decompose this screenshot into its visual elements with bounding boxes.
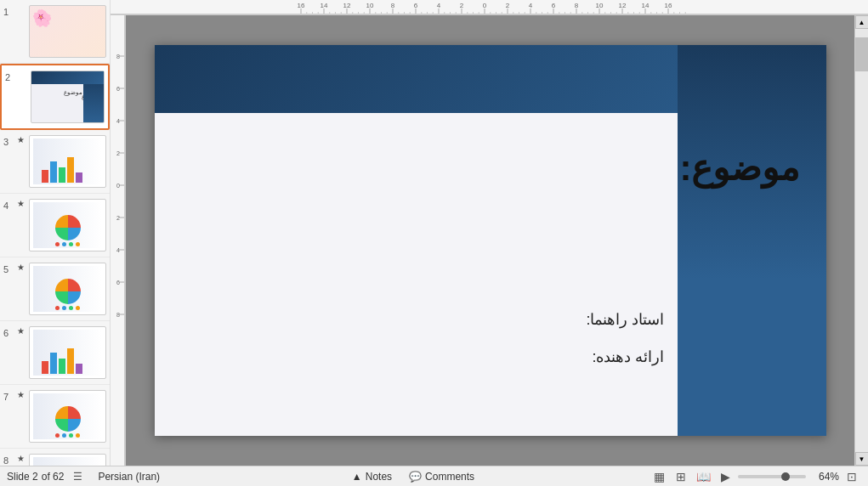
slide-thumb-4 [29, 199, 106, 251]
slide-item-5[interactable]: 5★ [0, 257, 110, 321]
slide-panel-toggle[interactable]: ☰ [69, 468, 86, 485]
comments-label: Comments [425, 471, 474, 483]
slide-content-area: استاد راهنما: ارائه دهنده: [180, 310, 665, 385]
svg-text:8: 8 [391, 2, 395, 9]
v-ruler-canvas: 864202468 [111, 15, 125, 466]
zoom-slider[interactable] [738, 475, 806, 478]
svg-text:14: 14 [321, 2, 328, 9]
comments-button[interactable]: 💬 Comments [404, 469, 479, 484]
slide-item-6[interactable]: 6★ [0, 321, 110, 385]
language-indicator: Persian (Iran) [91, 471, 167, 483]
svg-text:12: 12 [619, 2, 627, 9]
slide-star-6: ★ [17, 326, 26, 336]
notes-button[interactable]: ▲ Notes [347, 469, 397, 484]
slide-right-bar [678, 45, 826, 436]
slide-view[interactable]: موضوع: استاد راهنما: ارائه دهنده: [126, 15, 854, 466]
svg-text:12: 12 [343, 2, 351, 9]
slide-number-3: 3 [3, 137, 14, 147]
slide-number-4: 4 [3, 201, 14, 211]
svg-text:16: 16 [665, 2, 672, 9]
reading-view-button[interactable]: 📖 [694, 469, 712, 484]
slide-number-8: 8 [3, 455, 14, 466]
fit-slide-button[interactable]: ⊡ [842, 469, 861, 484]
vertical-ruler: 864202468 [111, 15, 126, 466]
svg-text:8: 8 [116, 54, 120, 59]
slide-title-area: موضوع: [316, 147, 801, 189]
slide-star-7: ★ [17, 390, 26, 399]
svg-text:4: 4 [116, 247, 120, 253]
svg-text:10: 10 [596, 2, 604, 9]
slide-thumb-7 [29, 390, 106, 443]
svg-text:8: 8 [575, 2, 579, 9]
slide-thumb-6 [29, 326, 106, 379]
slide-item-4[interactable]: 4★ [0, 194, 110, 257]
slide-number-2: 2 [5, 72, 15, 82]
slideshow-button[interactable]: ▶ [716, 469, 735, 484]
comments-icon: 💬 [409, 471, 422, 483]
scroll-thumb[interactable] [855, 37, 868, 71]
slide-number-5: 5 [3, 264, 14, 274]
slide-number-1: 1 [3, 7, 14, 17]
scroll-down-button[interactable]: ▼ [855, 452, 869, 466]
slide-item-1[interactable]: 1🌸 [0, 0, 110, 64]
status-center: ▲ Notes 💬 Comments [177, 469, 650, 484]
slide-info: Slide 2 of 62 [7, 471, 64, 483]
svg-text:6: 6 [414, 2, 418, 9]
svg-text:4: 4 [437, 2, 441, 9]
slide-line-1: استاد راهنما: [180, 310, 665, 329]
slide-star-8: ★ [17, 454, 26, 463]
svg-text:8: 8 [116, 312, 120, 318]
slide-item-8[interactable]: 8★ [0, 449, 110, 466]
notes-icon: ▲ [352, 471, 362, 483]
slide-title-text: موضوع: [316, 147, 801, 189]
horizontal-ruler: 1614121086420246810121416 [111, 0, 868, 15]
svg-text:0: 0 [116, 183, 120, 189]
svg-text:6: 6 [116, 86, 120, 92]
slide-thumb-1: 🌸 [29, 5, 106, 58]
svg-text:4: 4 [116, 118, 120, 124]
slide-sorter-button[interactable]: ⊞ [672, 469, 690, 484]
svg-text:2: 2 [460, 2, 464, 9]
slide-thumb-8 [29, 454, 106, 466]
svg-text:2: 2 [506, 2, 510, 9]
slide-of-text: of 62 [42, 471, 65, 483]
svg-text:6: 6 [116, 280, 120, 285]
svg-text:2: 2 [116, 215, 120, 221]
svg-text:0: 0 [483, 2, 487, 9]
svg-text:14: 14 [642, 2, 650, 9]
slide-number: Slide 2 [7, 471, 38, 483]
notes-label: Notes [366, 471, 392, 483]
slide-item-7[interactable]: 7★ [0, 385, 110, 449]
scroll-up-button[interactable]: ▲ [855, 15, 869, 29]
slide-star-4: ★ [17, 199, 26, 208]
slide-panel[interactable]: 1🌸2موضوع3★4★5★6★7★8★9★ [0, 0, 111, 466]
content-area: 1614121086420246810121416 864202468 موضو… [111, 0, 868, 466]
main-area: 1🌸2موضوع3★4★5★6★7★8★9★ 16141210864202468… [0, 0, 868, 466]
slide-thumb-2: موضوع [31, 71, 105, 123]
slide-thumb-5 [29, 263, 106, 315]
slide-container: موضوع: استاد راهنما: ارائه دهنده: [155, 45, 826, 436]
slide-thumb-3 [29, 135, 106, 188]
status-right: ▦ ⊞ 📖 ▶ 64% ⊡ [650, 469, 861, 484]
svg-text:16: 16 [298, 2, 305, 9]
svg-text:6: 6 [552, 2, 556, 9]
status-bar: Slide 2 of 62 ☰ Persian (Iran) ▲ Notes 💬… [0, 466, 868, 486]
status-left: Slide 2 of 62 ☰ Persian (Iran) [7, 468, 177, 485]
vertical-scrollbar[interactable]: ▲ ▼ [854, 15, 868, 466]
zoom-thumb[interactable] [781, 472, 790, 481]
svg-text:4: 4 [529, 2, 533, 9]
slide-star-3: ★ [17, 135, 26, 144]
svg-text:10: 10 [366, 2, 374, 9]
slide-line-2: ارائه دهنده: [180, 348, 665, 366]
svg-text:2: 2 [116, 150, 120, 156]
slide-star-5: ★ [17, 263, 26, 272]
slide-number-6: 6 [3, 328, 14, 338]
slide-item-3[interactable]: 3★ [0, 130, 110, 194]
slide-item-2[interactable]: 2موضوع [0, 64, 110, 130]
scroll-track[interactable] [855, 29, 868, 452]
h-ruler-canvas: 1614121086420246810121416 [111, 0, 868, 14]
zoom-percent: 64% [809, 471, 839, 483]
normal-view-button[interactable]: ▦ [650, 469, 668, 484]
slide-number-7: 7 [3, 392, 14, 402]
slide-workspace: 864202468 موضوع: استاد راهنما: ا [111, 15, 868, 466]
